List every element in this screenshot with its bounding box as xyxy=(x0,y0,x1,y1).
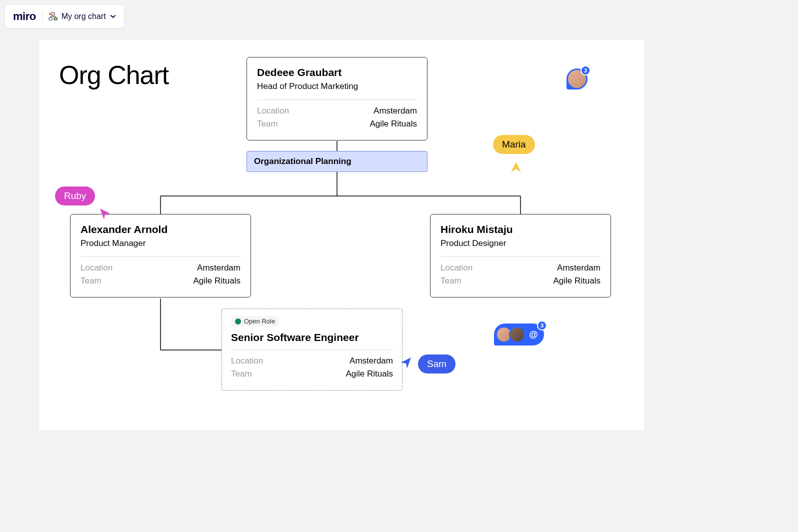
card-person-name: Hiroku Mistaju xyxy=(440,224,600,236)
card-person-title: Head of Product Marketing xyxy=(257,82,417,92)
org-card-dedeee[interactable]: Dedeee Graubart Head of Product Marketin… xyxy=(246,57,428,140)
card-person-name: Alexander Arnold xyxy=(80,224,240,236)
svg-point-1 xyxy=(49,13,51,15)
status-dot-icon xyxy=(235,318,241,324)
svg-rect-3 xyxy=(54,18,57,20)
card-person-name: Dedeee Graubart xyxy=(257,66,417,78)
org-card-hiroku[interactable]: Hiroku Mistaju Product Designer Location… xyxy=(430,214,611,298)
comment-count-badge: 3 xyxy=(537,320,547,330)
org-planning-banner[interactable]: Organizational Planning xyxy=(246,151,428,172)
open-role-badge: Open Role xyxy=(231,316,279,326)
card-person-title: Product Designer xyxy=(440,238,600,248)
card-row-location: Location Amsterdam xyxy=(440,263,600,273)
card-row-team: Team Agile Rituals xyxy=(257,119,417,129)
cursor-arrow-icon xyxy=(509,160,523,174)
page-title: Org Chart xyxy=(59,60,168,90)
card-divider xyxy=(440,256,600,257)
org-card-open-role[interactable]: Open Role Senior Software Engineer Locat… xyxy=(222,308,402,390)
collaborator-cursor-sam: Sam xyxy=(418,354,456,374)
collaborator-cursor-maria: Maria xyxy=(493,135,535,154)
org-card-alexander[interactable]: Alexander Arnold Product Manager Locatio… xyxy=(70,214,251,298)
comment-count-badge: 3 xyxy=(580,66,590,76)
org-chart-icon xyxy=(48,12,58,21)
comment-thread-bubble-group[interactable]: @ 3 xyxy=(494,324,544,346)
avatar xyxy=(509,326,525,342)
open-role-title: Senior Software Engineer xyxy=(231,332,393,344)
card-row-team: Team Agile Rituals xyxy=(80,276,240,286)
card-row-location: Location Amsterdam xyxy=(80,263,240,273)
card-divider xyxy=(80,256,240,257)
app-header: miro My org chart xyxy=(5,5,124,28)
board-name-dropdown[interactable]: My org chart xyxy=(48,12,116,21)
collaborator-cursor-ruby: Ruby xyxy=(55,186,95,206)
card-row-location: Location Amsterdam xyxy=(257,106,417,116)
cursor-arrow-icon xyxy=(98,206,112,220)
chevron-down-icon xyxy=(110,14,116,20)
card-divider xyxy=(231,350,393,350)
svg-rect-2 xyxy=(49,18,52,20)
header-divider xyxy=(42,11,42,22)
cursor-arrow-icon xyxy=(399,356,413,370)
card-person-title: Product Manager xyxy=(80,238,240,248)
svg-rect-0 xyxy=(52,12,54,15)
canvas[interactable]: Org Chart Dedeee Graubart Head of Produc… xyxy=(39,40,644,430)
card-row-team: Team Agile Rituals xyxy=(440,276,600,286)
card-row-location: Location Amsterdam xyxy=(231,356,393,366)
board-name-label: My org chart xyxy=(62,12,106,21)
miro-logo: miro xyxy=(13,10,36,23)
comment-thread-bubble[interactable]: 3 xyxy=(566,68,588,90)
card-divider xyxy=(257,100,417,100)
card-row-team: Team Agile Rituals xyxy=(231,369,393,379)
